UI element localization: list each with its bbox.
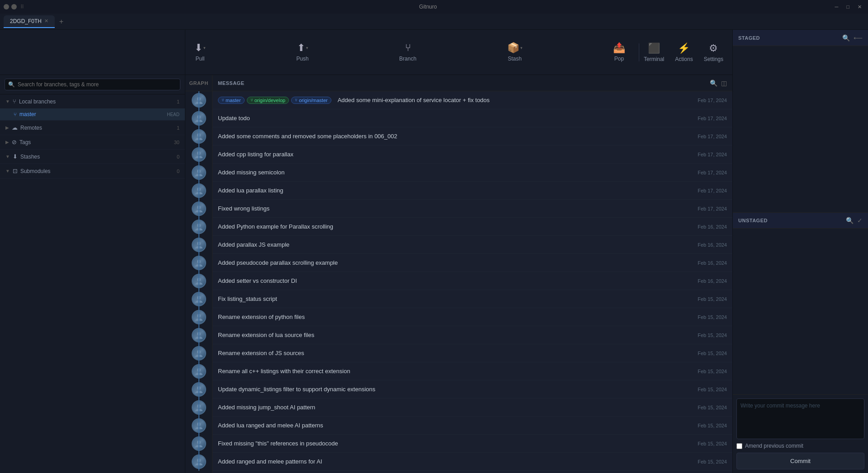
commit-date: Feb 17, 2024 <box>698 134 727 139</box>
pull-button[interactable]: ⬇ ▾ Pull <box>194 42 206 62</box>
chevron-right-icon: ▶ <box>5 125 9 130</box>
table-row[interactable]: Added missing semicolonFeb 17, 2024 <box>212 164 732 182</box>
amend-checkbox[interactable] <box>736 443 742 449</box>
terminal-button[interactable]: ⬛ Terminal <box>644 42 664 62</box>
sidebar-item-master[interactable]: ⑂ master HEAD <box>0 108 185 120</box>
stash-arrow: ▾ <box>520 46 523 50</box>
titlebar: ⠿ Gitnuro ─ □ ✕ <box>0 0 868 14</box>
graph-column: Graph <box>185 75 212 473</box>
commit-message: Update todo <box>218 115 694 122</box>
table-row[interactable]: Added ranged and melee patterns for AIFe… <box>212 453 732 471</box>
titlebar-dots <box>4 4 17 9</box>
titlebar-controls[interactable]: ─ □ ✕ <box>832 3 864 11</box>
graph-cell <box>185 109 212 127</box>
amend-label: Amend previous commit <box>745 443 803 449</box>
commit-message: Fixed missing "this" references in pseud… <box>218 440 694 447</box>
table-row[interactable]: Added Python example for Parallax scroll… <box>212 218 732 236</box>
table-row[interactable]: Added lua parallax listingFeb 17, 2024 <box>212 182 732 200</box>
submodules-label: Submodules <box>20 168 51 174</box>
search-staged-icon[interactable]: 🔍 <box>842 34 850 42</box>
table-row[interactable]: Added some comments and removed some pla… <box>212 127 732 145</box>
graph-cell <box>185 182 212 200</box>
commit-date: Feb 16, 2024 <box>698 260 727 266</box>
filter-icon[interactable]: ◫ <box>721 80 727 87</box>
table-row[interactable]: Added lua ranged and melee AI patternsFe… <box>212 417 732 435</box>
table-row[interactable]: Update todoFeb 17, 2024 <box>212 109 732 127</box>
graph-cell <box>185 254 212 272</box>
actions-button[interactable]: ⚡ Actions <box>675 42 693 62</box>
unstage-all-icon[interactable]: ⟵ <box>854 34 863 42</box>
table-row[interactable]: Rename all c++ listings with their corre… <box>212 362 732 380</box>
table-row[interactable]: Added cpp listing for parallaxFeb 17, 20… <box>212 145 732 164</box>
submodules-header[interactable]: ▼ ⊡ Submodules 0 <box>0 164 185 178</box>
table-row[interactable]: Added pseudocode parallax scrolling exam… <box>212 254 732 272</box>
sidebar: 🔍 ▼ ⑂ Local branches 1 ⑂ master HEAD <box>0 30 185 473</box>
stash-label: Stash <box>508 56 522 62</box>
message-header-label: Message <box>218 80 245 86</box>
tags-count: 30 <box>174 140 179 145</box>
tags-section: ▶ ⊘ Tags 30 <box>0 135 185 150</box>
tab-2dgd[interactable]: 2DGD_F0TH ✕ <box>4 15 55 28</box>
dot-2 <box>11 4 17 9</box>
table-row[interactable]: Added parallax JS exampleFeb 16, 2024 <box>212 236 732 254</box>
close-button[interactable]: ✕ <box>855 3 864 11</box>
stage-all-icon[interactable]: ✓ <box>857 217 863 224</box>
table-row[interactable]: ⑂master⑂origin/develop⑂origin/masterAdde… <box>212 91 732 109</box>
push-button[interactable]: ⬆ ▾ Push <box>296 42 308 62</box>
pull-label: Pull <box>195 56 204 62</box>
pull-arrow: ▾ <box>203 46 206 50</box>
graph-header: Graph <box>185 75 212 91</box>
table-row[interactable]: Added missing jump_shoot AI patternFeb 1… <box>212 398 732 417</box>
minimize-button[interactable]: ─ <box>832 3 841 11</box>
tags-icon: ⊘ <box>12 139 17 145</box>
commit-date: Feb 15, 2024 <box>698 441 727 446</box>
table-row[interactable]: Fixed missing "this" references in pseud… <box>212 435 732 453</box>
search-commits-icon[interactable]: 🔍 <box>710 80 717 87</box>
graph-cell <box>185 344 212 362</box>
stash-button[interactable]: 📦 ▾ Stash <box>507 42 523 62</box>
stashes-section: ▼ ⬇ Stashes 0 <box>0 150 185 164</box>
commit-message: Added missing semicolon <box>218 169 694 176</box>
table-row[interactable]: Rename extension of JS sourcesFeb 15, 20… <box>212 344 732 362</box>
search-input[interactable] <box>5 79 180 90</box>
table-row[interactable]: Rename extension of python filesFeb 15, … <box>212 308 732 326</box>
commit-message-input[interactable] <box>736 398 864 439</box>
graph-cell <box>185 200 212 218</box>
remotes-count: 1 <box>177 125 179 131</box>
staged-header: Staged 🔍 ⟵ <box>733 30 868 46</box>
tags-header[interactable]: ▶ ⊘ Tags 30 <box>0 135 185 149</box>
commit-date: Feb 17, 2024 <box>698 116 727 121</box>
table-row[interactable]: Update dynamic_listings filter to suppor… <box>212 380 732 398</box>
table-row[interactable]: Added setter vs constructor DIFeb 16, 20… <box>212 272 732 290</box>
pop-button[interactable]: 📤 Pop <box>613 42 625 62</box>
commit-button[interactable]: Commit <box>736 453 864 469</box>
maximize-button[interactable]: □ <box>844 3 852 11</box>
table-row[interactable]: Fix listing_status scriptFeb 15, 2024 <box>212 290 732 308</box>
branch-button[interactable]: ⑂ Branch <box>399 42 416 62</box>
pull-icon: ⬇ <box>194 42 203 54</box>
remotes-header[interactable]: ▶ ☁ Remotes 1 <box>0 121 185 135</box>
unstaged-content <box>733 229 868 395</box>
graph-cell <box>185 417 212 435</box>
settings-button[interactable]: ⚙ Settings <box>704 42 723 62</box>
staged-content <box>733 46 868 212</box>
terminal-label: Terminal <box>644 56 664 62</box>
stashes-label: Stashes <box>20 154 40 160</box>
commit-message: Added setter vs constructor DI <box>218 277 694 284</box>
actions-icon: ⚡ <box>678 42 690 54</box>
remotes-icon: ☁ <box>12 124 18 131</box>
tab-close-button[interactable]: ✕ <box>44 18 48 24</box>
commit-date: Feb 15, 2024 <box>698 459 727 464</box>
terminal-icon: ⬛ <box>648 42 660 54</box>
submodules-section: ▼ ⊡ Submodules 0 <box>0 164 185 178</box>
commit-date: Feb 15, 2024 <box>698 387 727 392</box>
table-row[interactable]: Fixed wrong listingsFeb 17, 2024 <box>212 200 732 218</box>
local-branches-header[interactable]: ▼ ⑂ Local branches 1 <box>0 94 185 108</box>
remotes-label: Remotes <box>20 125 42 131</box>
stashes-header[interactable]: ▼ ⬇ Stashes 0 <box>0 150 185 164</box>
add-tab-button[interactable]: + <box>57 18 66 26</box>
table-row[interactable]: Rename extension of lua source filesFeb … <box>212 326 732 344</box>
commit-date: Feb 16, 2024 <box>698 278 727 284</box>
search-unstaged-icon[interactable]: 🔍 <box>846 217 854 224</box>
app-title: Gitnuro <box>24 4 832 10</box>
